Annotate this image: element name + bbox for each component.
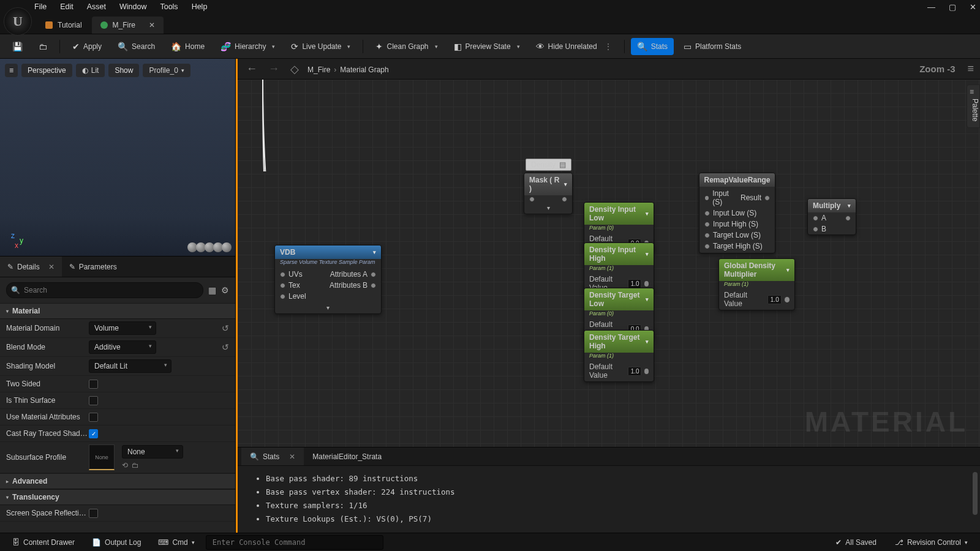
- title-bar: File Edit Asset Window Tools Help — ▢ ✕: [0, 0, 980, 13]
- menu-edit[interactable]: Edit: [60, 2, 74, 11]
- material-domain-dropdown[interactable]: Volume: [89, 321, 156, 335]
- details-panel-tab[interactable]: ✎Details✕: [0, 257, 62, 277]
- viewport-profile-button[interactable]: Profile_0 ▾: [143, 64, 190, 77]
- use-mat-attrs-checkbox[interactable]: [89, 413, 98, 422]
- save-button[interactable]: 💾: [6, 38, 29, 55]
- material-editor-strata-tab[interactable]: MaterialEditor_Strata: [304, 448, 390, 465]
- breadcrumb-asset[interactable]: M_Fire: [307, 66, 330, 74]
- material-graph-canvas[interactable]: Palette MATERIAL: [238, 80, 980, 447]
- node-vdb[interactable]: VDB▾ Sparse Volume Texture Sample Param …: [274, 245, 382, 314]
- hide-unrelated-button[interactable]: 👁Hide Unrelated⋮: [530, 38, 618, 55]
- subsurface-profile-dropdown[interactable]: None: [122, 445, 183, 459]
- clean-graph-button[interactable]: ✦Clean Graph: [369, 38, 443, 55]
- output-log-button[interactable]: 📄Output Log: [86, 536, 147, 549]
- tab-mfire[interactable]: M_Fire ✕: [92, 17, 164, 34]
- details-icon: ✎: [7, 263, 13, 271]
- node-density-input-high[interactable]: Density Input High▾ Param (1) Default Va…: [584, 242, 654, 294]
- preview-state-button[interactable]: ◧Preview State: [448, 38, 526, 55]
- hierarchy-button[interactable]: 🧬Hierarchy: [214, 38, 281, 55]
- search-button[interactable]: 🔍Search: [111, 38, 161, 55]
- live-update-button[interactable]: ⟳Live Update: [285, 38, 356, 55]
- tab-tutorial[interactable]: Tutorial: [37, 17, 91, 34]
- material-icon: [100, 21, 108, 29]
- window-minimize-icon[interactable]: —: [927, 2, 935, 12]
- category-advanced[interactable]: Advanced: [0, 473, 235, 489]
- blend-mode-dropdown[interactable]: Additive: [89, 340, 156, 354]
- default-value-input[interactable]: 1.0: [767, 295, 782, 304]
- document-tabs: Tutorial M_Fire ✕: [0, 13, 980, 34]
- reset-icon[interactable]: ↺: [222, 323, 229, 333]
- density-comment-badge[interactable]: Density▤: [526, 159, 571, 171]
- preview-viewport[interactable]: ≡ Perspective ◐Lit Show Profile_0 ▾ zyx: [0, 59, 235, 257]
- node-multiply[interactable]: Multiply▾ A B: [807, 198, 856, 235]
- graph-forward-icon[interactable]: →: [266, 62, 282, 75]
- node-title: Density Target High: [589, 333, 642, 350]
- category-material[interactable]: Material: [0, 303, 235, 319]
- viewport-show-button[interactable]: Show: [108, 64, 139, 77]
- window-maximize-icon[interactable]: ▢: [949, 2, 956, 12]
- badge-toggle-icon[interactable]: ▤: [559, 160, 566, 169]
- details-grid-icon[interactable]: ▦: [208, 285, 216, 295]
- tutorial-icon: [45, 21, 53, 29]
- browse-button[interactable]: 🗀: [32, 38, 53, 55]
- graph-back-icon[interactable]: ←: [244, 62, 260, 75]
- stats-list: Base pass shader: 89 instructions Base p…: [255, 472, 963, 526]
- node-subtitle: Param (1): [584, 265, 654, 273]
- menu-asset[interactable]: Asset: [87, 2, 106, 11]
- tab-close-icon[interactable]: ✕: [149, 21, 155, 29]
- scrollbar[interactable]: [973, 472, 978, 515]
- menu-help[interactable]: Help: [192, 2, 208, 11]
- palette-tab[interactable]: Palette: [967, 84, 980, 128]
- graph-menu-icon[interactable]: ≡: [967, 62, 974, 75]
- category-translucency[interactable]: Translucency: [0, 489, 235, 505]
- details-gear-icon[interactable]: ⚙: [221, 285, 229, 295]
- cmd-icon: ⌨: [158, 538, 168, 547]
- revision-control-button[interactable]: ⎇Revision Control ▾: [889, 536, 974, 549]
- browse-icon: 🗀: [39, 42, 47, 51]
- stats-icon: 🔍: [250, 452, 259, 461]
- graph-home-icon[interactable]: ◇: [288, 62, 301, 76]
- menu-tools[interactable]: Tools: [160, 2, 178, 11]
- details-search-input[interactable]: [6, 282, 203, 298]
- preview-state-icon: ◧: [454, 42, 462, 51]
- breadcrumb-graph[interactable]: Material Graph: [340, 66, 388, 74]
- expand-icon[interactable]: ▾: [275, 303, 381, 313]
- node-global-density-multiplier[interactable]: Global Density Multiplier▾ Param (1) Def…: [718, 258, 795, 310]
- expand-icon[interactable]: ▾: [524, 203, 572, 214]
- preview-shape-buttons[interactable]: [189, 242, 232, 252]
- save-icon: 💾: [12, 42, 23, 51]
- cmd-dropdown[interactable]: ⌨Cmd ▾: [152, 536, 200, 549]
- window-close-icon[interactable]: ✕: [970, 2, 976, 12]
- all-saved-button[interactable]: ✔All Saved: [829, 536, 883, 549]
- console-command-input[interactable]: [206, 535, 383, 550]
- two-sided-checkbox[interactable]: [89, 380, 98, 389]
- shading-model-dropdown[interactable]: Default Lit: [89, 359, 172, 373]
- reset-icon[interactable]: ↺: [222, 342, 229, 352]
- stats-tab[interactable]: 🔍Stats✕: [241, 448, 304, 465]
- cast-ray-shadows-checkbox[interactable]: [89, 429, 98, 438]
- subsurface-thumb[interactable]: None: [89, 444, 115, 470]
- menu-file[interactable]: File: [34, 2, 47, 11]
- default-value-input[interactable]: 1.0: [628, 367, 641, 376]
- stats-button[interactable]: 🔍Stats: [631, 38, 674, 55]
- ssr-checkbox[interactable]: [89, 509, 98, 518]
- platform-stats-button[interactable]: ▭Platform Stats: [677, 38, 747, 55]
- parameters-panel-tab[interactable]: ✎Parameters: [62, 257, 124, 277]
- viewport-options-button[interactable]: ≡: [5, 64, 18, 77]
- browse-to-icon[interactable]: 🗀: [132, 461, 139, 470]
- content-drawer-button[interactable]: 🗄Content Drawer: [6, 536, 81, 549]
- menu-window[interactable]: Window: [119, 2, 146, 11]
- home-button[interactable]: 🏠Home: [165, 38, 211, 55]
- thin-surface-checkbox[interactable]: [89, 396, 98, 405]
- close-icon[interactable]: ✕: [289, 452, 295, 461]
- node-remap[interactable]: RemapValueRange Input (S)Result Input Lo…: [699, 173, 775, 253]
- viewport-perspective-button[interactable]: Perspective: [21, 64, 72, 77]
- default-value-input[interactable]: 1.0: [628, 279, 641, 288]
- close-icon[interactable]: ✕: [48, 263, 55, 271]
- node-density-target-high[interactable]: Density Target High▾ Param (1) Default V…: [584, 330, 654, 382]
- use-selected-icon[interactable]: ⟲: [122, 461, 128, 470]
- viewport-lit-button[interactable]: ◐Lit: [76, 64, 105, 77]
- node-mask[interactable]: Mask ( R )▾ ▾: [524, 173, 573, 214]
- parameters-icon: ✎: [69, 263, 75, 271]
- apply-button[interactable]: ✔Apply: [66, 38, 108, 55]
